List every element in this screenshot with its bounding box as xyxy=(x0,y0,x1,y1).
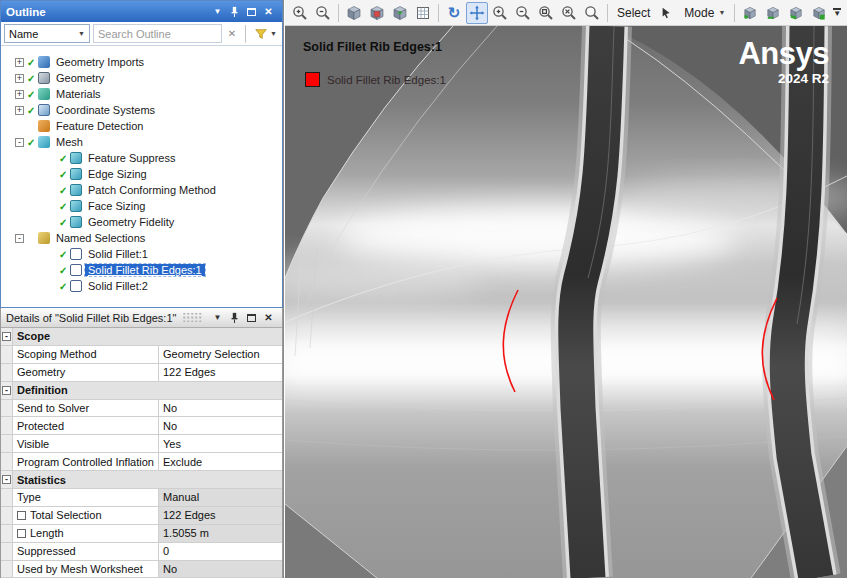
detail-value[interactable]: 0 xyxy=(159,543,282,560)
detail-label: Used by Mesh Worksheet xyxy=(17,563,143,575)
face-filter-icon[interactable] xyxy=(785,2,807,24)
collapse-icon[interactable]: - xyxy=(15,138,24,147)
expand-icon[interactable]: + xyxy=(15,90,24,99)
detail-label: Scope xyxy=(17,330,50,342)
tree-item-coordinate-systems[interactable]: +✓Coordinate Systems xyxy=(1,102,282,118)
detail-label: Program Controlled Inflation xyxy=(17,456,154,468)
drag-handle[interactable] xyxy=(182,313,203,322)
mode-dropdown[interactable]: Mode ▼ xyxy=(679,6,730,20)
search-scope-dropdown[interactable]: Name ▼ xyxy=(4,24,90,43)
collapse-icon[interactable]: - xyxy=(15,234,24,243)
detail-label-cell: Geometry xyxy=(13,364,159,381)
close-icon[interactable]: ✕ xyxy=(260,3,277,20)
zoom-out-icon[interactable] xyxy=(312,2,334,24)
search-input[interactable] xyxy=(93,24,222,43)
details-panel: Details of "Solid Fillet Rib Edges:1" ▼ … xyxy=(0,308,283,578)
detail-value[interactable]: No xyxy=(159,417,282,434)
mesh-control-icon xyxy=(70,216,82,228)
clear-search-icon[interactable]: ✕ xyxy=(225,28,239,39)
magnifier-icon[interactable] xyxy=(581,2,603,24)
tree-item-mesh[interactable]: -✓Mesh xyxy=(1,134,282,150)
tree-item-geometry-fidelity[interactable]: ✓Geometry Fidelity xyxy=(1,214,282,230)
detail-label-cell: Definition xyxy=(13,382,282,399)
geometry-imports-icon xyxy=(38,56,50,68)
rotate-icon[interactable]: ↻ xyxy=(443,2,465,24)
zoom-in-icon[interactable] xyxy=(289,2,311,24)
zoom-in-icon[interactable] xyxy=(489,2,511,24)
tree-item-patch-conforming-method[interactable]: ✓Patch Conforming Method xyxy=(1,182,282,198)
tree-item-edge-sizing[interactable]: ✓Edge Sizing xyxy=(1,166,282,182)
view-cube-icon[interactable] xyxy=(389,2,411,24)
close-icon[interactable]: ✕ xyxy=(260,309,277,326)
select-button[interactable]: Select xyxy=(612,6,655,20)
collapse-section-icon[interactable]: - xyxy=(2,332,11,341)
check-icon: ✓ xyxy=(59,185,68,196)
viewport-grid-icon[interactable] xyxy=(412,2,434,24)
tree-item-solid-fillet-1[interactable]: ✓Solid Fillet:1 xyxy=(1,246,282,262)
ansys-logo: Ansys 2024 R2 xyxy=(738,38,829,86)
details-table: -ScopeScoping MethodGeometry SelectionGe… xyxy=(1,328,282,578)
details-section-definition: -Definition xyxy=(1,382,282,400)
detail-value: 1.5055 m xyxy=(159,525,282,542)
expand-icon[interactable]: + xyxy=(15,74,24,83)
row-checkbox[interactable] xyxy=(17,529,26,538)
edge-filter-icon[interactable] xyxy=(762,2,784,24)
tree-item-geometry[interactable]: +✓Geometry xyxy=(1,70,282,86)
float-window-icon[interactable] xyxy=(243,3,260,20)
detail-value[interactable]: No xyxy=(159,400,282,417)
tree-item-geometry-imports[interactable]: +✓Geometry Imports xyxy=(1,54,282,70)
detail-label-cell: Type xyxy=(13,489,159,506)
detail-value[interactable]: Geometry Selection xyxy=(159,346,282,363)
zoom-fit-icon[interactable] xyxy=(558,2,580,24)
check-icon: ✓ xyxy=(27,105,36,116)
collapse-section-icon[interactable]: - xyxy=(2,386,11,395)
vertex-filter-icon[interactable] xyxy=(739,2,761,24)
detail-label: Type xyxy=(17,491,41,503)
tree-item-feature-detection[interactable]: Feature Detection xyxy=(1,118,282,134)
face-view-icon[interactable] xyxy=(366,2,388,24)
expander-spacer xyxy=(47,170,56,179)
pin-icon[interactable] xyxy=(226,3,243,20)
collapse-section-icon[interactable]: - xyxy=(2,475,11,484)
filter-funnel-icon[interactable]: ▼ xyxy=(252,27,279,41)
detail-value: 122 Edges xyxy=(159,507,282,524)
detail-value[interactable]: 122 Edges xyxy=(159,364,282,381)
outline-titlebar[interactable]: Outline ▼ ✕ xyxy=(1,1,282,22)
detail-value[interactable]: Exclude xyxy=(159,453,282,470)
details-titlebar[interactable]: Details of "Solid Fillet Rib Edges:1" ▼ … xyxy=(1,308,282,328)
detail-label: Definition xyxy=(17,384,68,396)
tree-item-solid-fillet-rib-edges-1[interactable]: ✓Solid Fillet Rib Edges:1 xyxy=(1,262,282,278)
iso-view-icon[interactable] xyxy=(343,2,365,24)
tree-item-label: Geometry Fidelity xyxy=(85,216,177,228)
cursor-icon[interactable] xyxy=(656,2,678,24)
3d-geometry-view[interactable] xyxy=(285,26,847,578)
tree-item-feature-suppress[interactable]: ✓Feature Suppress xyxy=(1,150,282,166)
mesh-control-icon xyxy=(70,184,82,196)
row-gutter: - xyxy=(1,382,13,399)
detail-label: Visible xyxy=(17,438,49,450)
detail-value[interactable]: Yes xyxy=(159,435,282,452)
ansys-version-text: 2024 R2 xyxy=(738,71,829,86)
box-zoom-icon[interactable] xyxy=(535,2,557,24)
check-icon: ✓ xyxy=(59,201,68,212)
mesh-control-icon xyxy=(70,152,82,164)
chevron-down-icon[interactable]: ▼ xyxy=(209,3,226,20)
pan-icon[interactable] xyxy=(466,2,488,24)
detail-value: Manual xyxy=(159,489,282,506)
detail-label: Total Selection xyxy=(30,509,102,521)
tree-item-materials[interactable]: +✓Materials xyxy=(1,86,282,102)
check-icon: ✓ xyxy=(59,249,68,260)
pin-icon[interactable] xyxy=(226,309,243,326)
row-checkbox[interactable] xyxy=(17,511,26,520)
float-window-icon[interactable] xyxy=(243,309,260,326)
expand-icon[interactable]: + xyxy=(15,58,24,67)
chevron-down-icon[interactable]: ▼ xyxy=(209,309,226,326)
tree-item-named-selections[interactable]: -Named Selections xyxy=(1,230,282,246)
tree-item-solid-fillet-2[interactable]: ✓Solid Fillet:2 xyxy=(1,278,282,294)
expand-icon[interactable]: + xyxy=(15,106,24,115)
toolbar-overflow-icon[interactable]: ▼ xyxy=(831,8,843,17)
zoom-out-icon[interactable] xyxy=(512,2,534,24)
body-filter-icon[interactable] xyxy=(808,2,830,24)
tree-item-face-sizing[interactable]: ✓Face Sizing xyxy=(1,198,282,214)
separator xyxy=(438,4,439,22)
